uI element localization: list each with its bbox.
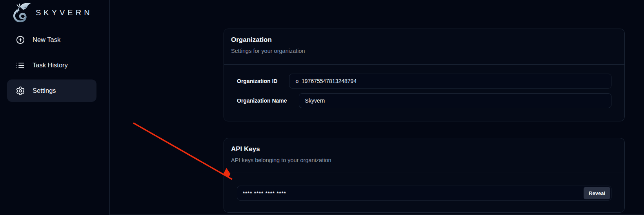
sidebar-item-label: Task History <box>33 61 68 69</box>
sidebar-nav: New Task Task History Settings <box>7 29 96 102</box>
sidebar-item-label: Settings <box>33 87 56 94</box>
organization-card-title: Organization <box>231 36 617 44</box>
organization-name-row: Organization Name <box>237 93 611 108</box>
brand[interactable]: SKYVERN <box>0 0 109 24</box>
api-keys-card-title: API Keys <box>231 145 617 154</box>
brand-wordmark: SKYVERN <box>36 8 93 17</box>
organization-card-content: Organization ID Organization Name <box>224 65 624 108</box>
organization-id-label: Organization ID <box>237 78 277 84</box>
list-icon <box>16 61 25 70</box>
organization-card-header: Organization Settings for your organizat… <box>224 29 624 54</box>
gear-icon <box>16 86 25 96</box>
organization-name-label: Organization Name <box>237 98 287 104</box>
organization-id-row: Organization ID <box>237 74 611 89</box>
reveal-button[interactable]: Reveal <box>584 187 610 199</box>
organization-id-input[interactable] <box>289 74 611 89</box>
organization-name-input[interactable] <box>299 93 611 108</box>
organization-card: Organization Settings for your organizat… <box>224 29 625 121</box>
api-keys-card-subtitle: API keys belonging to your organization <box>231 157 617 164</box>
sidebar-item-new-task[interactable]: New Task <box>7 29 96 51</box>
skyvern-dragon-logo-icon <box>10 2 32 24</box>
plus-circle-icon <box>16 35 25 45</box>
annotation-arrow-line <box>133 123 232 179</box>
sidebar: SKYVERN New Task Task History Settings <box>0 0 110 215</box>
api-keys-card: API Keys API keys belonging to your orga… <box>224 138 625 213</box>
sidebar-item-label: New Task <box>33 36 60 43</box>
organization-card-subtitle: Settings for your organization <box>231 47 617 54</box>
sidebar-item-task-history[interactable]: Task History <box>7 54 96 76</box>
api-keys-card-header: API Keys API keys belonging to your orga… <box>224 138 624 164</box>
api-key-row: Reveal <box>237 186 611 201</box>
api-keys-card-content: Reveal <box>224 172 624 201</box>
sidebar-item-settings[interactable]: Settings <box>7 79 96 102</box>
api-key-masked-input[interactable] <box>237 186 611 201</box>
